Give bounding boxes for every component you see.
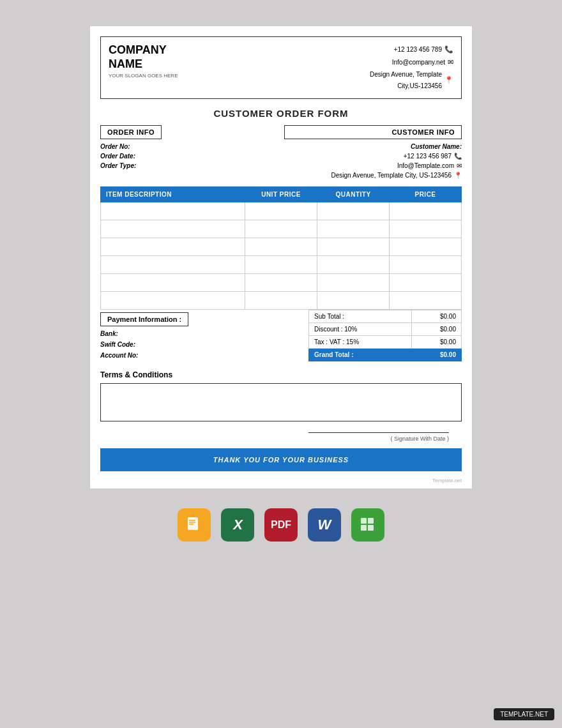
- table-row[interactable]: [101, 202, 462, 220]
- table-row[interactable]: [101, 238, 462, 255]
- phone-row: +12 123 456 789 📞: [370, 43, 453, 56]
- svg-rect-2: [189, 522, 195, 523]
- bank-field: Bank:: [100, 330, 302, 337]
- table-cell[interactable]: [245, 291, 317, 309]
- pages-icon[interactable]: [178, 508, 211, 542]
- table-cell[interactable]: [317, 220, 390, 238]
- template-badge: TEMPLATE.NET: [494, 708, 554, 720]
- signature-line: [308, 432, 449, 433]
- table-cell[interactable]: [390, 238, 462, 255]
- company-info: COMPANY NAME YOUR SLOGAN GOES HERE: [109, 43, 178, 79]
- order-date-field: Order Date:: [100, 153, 278, 160]
- table-cell[interactable]: [390, 291, 462, 309]
- customer-phone-field: +12 123 456 987 📞: [284, 153, 462, 160]
- table-cell[interactable]: [101, 220, 245, 238]
- excel-icon[interactable]: X: [221, 508, 254, 542]
- info-row: ORDER INFO Order No: Order Date: Order T…: [100, 125, 462, 181]
- terms-section: Terms & Conditions: [100, 370, 462, 421]
- contact-info: +12 123 456 789 📞 Info@company.net ✉ Des…: [370, 43, 453, 92]
- table-row[interactable]: [101, 255, 462, 273]
- col-unit-price: UNIT PRICE: [245, 186, 317, 202]
- table-cell[interactable]: [245, 255, 317, 273]
- customer-email-icon: ✉: [457, 162, 462, 169]
- customer-phone-icon: 📞: [454, 153, 462, 160]
- watermark: Template.net: [100, 478, 462, 483]
- col-description: ITEM DESCRIPTION: [101, 186, 245, 202]
- email-row: Info@company.net ✉: [370, 56, 453, 69]
- app-icons-row: X PDF W: [178, 508, 384, 542]
- order-type-field: Order Type:: [100, 162, 278, 169]
- table-cell[interactable]: [390, 202, 462, 220]
- account-field: Account No:: [100, 352, 302, 359]
- table-cell[interactable]: [101, 273, 245, 291]
- svg-rect-4: [361, 518, 367, 524]
- table-cell[interactable]: [317, 291, 390, 309]
- totals-table: Sub Total : $0.00 Discount : 10% $0.00 T…: [308, 310, 462, 361]
- totals-section: Sub Total : $0.00 Discount : 10% $0.00 T…: [308, 310, 462, 361]
- payment-section: Payment Information : Bank: Swift Code: …: [100, 310, 308, 361]
- pdf-icon[interactable]: PDF: [264, 508, 298, 542]
- table-cell[interactable]: [245, 273, 317, 291]
- slogan: YOUR SLOGAN GOES HERE: [109, 73, 178, 79]
- customer-fields: Customer Name: +12 123 456 987 📞 Info@Te…: [284, 143, 462, 179]
- grand-total-row: Grand Total : $0.00: [309, 348, 462, 361]
- bottom-section: Payment Information : Bank: Swift Code: …: [100, 310, 462, 361]
- company-name: COMPANY NAME: [109, 43, 178, 71]
- doc-title: CUSTOMER ORDER FORM: [90, 99, 472, 125]
- svg-rect-7: [368, 525, 374, 531]
- customer-address-field: Design Avenue, Template City, US-123456 …: [284, 172, 462, 179]
- phone-icon: 📞: [444, 43, 453, 56]
- table-cell[interactable]: [317, 238, 390, 255]
- tax-row: Tax : VAT : 15% $0.00: [309, 335, 462, 348]
- subtotal-row: Sub Total : $0.00: [309, 310, 462, 322]
- discount-row: Discount : 10% $0.00: [309, 322, 462, 335]
- terms-title: Terms & Conditions: [100, 370, 462, 379]
- col-price: PRICE: [390, 186, 462, 202]
- signature-label: ( Signature With Date ): [100, 436, 449, 442]
- numbers-icon[interactable]: [351, 508, 384, 542]
- table-cell[interactable]: [390, 255, 462, 273]
- table-cell[interactable]: [101, 255, 245, 273]
- table-cell[interactable]: [390, 273, 462, 291]
- customer-name-field: Customer Name:: [284, 143, 462, 150]
- table-row[interactable]: [101, 291, 462, 309]
- svg-rect-1: [189, 520, 195, 521]
- table-cell[interactable]: [317, 255, 390, 273]
- table-cell[interactable]: [245, 238, 317, 255]
- customer-info-box: CUSTOMER INFO Customer Name: +12 123 456…: [284, 125, 462, 181]
- word-label: W: [318, 517, 331, 533]
- table-cell[interactable]: [101, 202, 245, 220]
- table-cell[interactable]: [245, 220, 317, 238]
- doc-header: COMPANY NAME YOUR SLOGAN GOES HERE +12 1…: [100, 36, 462, 99]
- customer-location-icon: 📍: [454, 172, 462, 179]
- email-icon: ✉: [448, 56, 453, 69]
- address-row: Design Avenue, Template City,US-123456 📍: [370, 69, 453, 92]
- word-icon[interactable]: W: [308, 508, 341, 542]
- table-cell[interactable]: [101, 238, 245, 255]
- thank-you-banner: THANK YOU FOR YOUR BUSINESS: [100, 448, 462, 471]
- svg-rect-6: [361, 525, 367, 531]
- order-info-box: ORDER INFO Order No: Order Date: Order T…: [100, 125, 278, 181]
- swift-field: Swift Code:: [100, 341, 302, 348]
- svg-rect-5: [368, 518, 374, 524]
- table-row[interactable]: [101, 220, 462, 238]
- items-table: ITEM DESCRIPTION UNIT PRICE QUANTITY PRI…: [100, 186, 462, 310]
- location-icon: 📍: [444, 74, 453, 87]
- signature-section: ( Signature With Date ): [100, 428, 462, 442]
- table-cell[interactable]: [390, 220, 462, 238]
- col-quantity: QUANTITY: [317, 186, 390, 202]
- table-cell[interactable]: [245, 202, 317, 220]
- table-cell[interactable]: [317, 273, 390, 291]
- payment-header: Payment Information :: [100, 312, 188, 326]
- order-no-field: Order No:: [100, 143, 278, 150]
- table-cell[interactable]: [101, 291, 245, 309]
- excel-label: X: [233, 517, 242, 533]
- pdf-label: PDF: [271, 519, 291, 531]
- customer-info-header: CUSTOMER INFO: [284, 125, 462, 139]
- table-cell[interactable]: [317, 202, 390, 220]
- svg-rect-3: [189, 524, 194, 525]
- order-fields: Order No: Order Date: Order Type:: [100, 143, 278, 169]
- table-row[interactable]: [101, 273, 462, 291]
- customer-email-field: Info@Template.com ✉: [284, 162, 462, 169]
- terms-box[interactable]: [100, 383, 462, 421]
